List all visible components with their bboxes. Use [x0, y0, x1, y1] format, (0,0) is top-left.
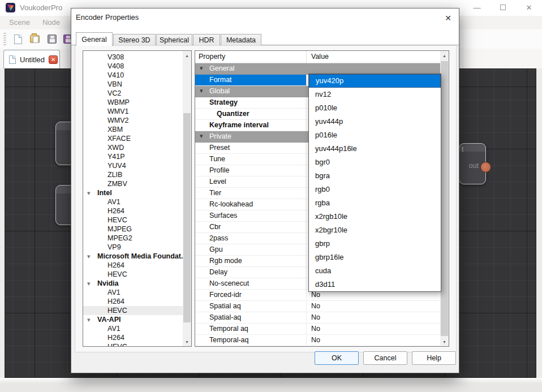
property-cell[interactable]: ▾General: [195, 63, 440, 74]
encoder-h264[interactable]: H264: [83, 297, 183, 306]
value-column-header[interactable]: Value: [307, 51, 440, 63]
property-cell[interactable]: Rc-lookahead: [195, 199, 307, 210]
encoder-mpeg2[interactable]: MPEG2: [83, 234, 183, 243]
encoder-nvidia[interactable]: ▾Nvidia: [83, 279, 183, 288]
encoder-xbm[interactable]: XBM: [83, 125, 183, 134]
scrollbar-thumb[interactable]: [441, 61, 448, 336]
encoder-xwd[interactable]: XWD: [83, 143, 183, 152]
new-file-button[interactable]: [11, 33, 25, 45]
property-cell[interactable]: Profile: [195, 165, 307, 176]
dropdown-option-nv12[interactable]: nv12: [309, 88, 441, 101]
property-cell[interactable]: Tier: [195, 188, 307, 199]
cancel-button[interactable]: Cancel: [363, 351, 407, 365]
dropdown-option-cuda[interactable]: cuda: [309, 264, 441, 278]
toolbar-grip[interactable]: [3, 33, 6, 45]
property-cell[interactable]: No-scenecut: [195, 278, 307, 289]
property-cell[interactable]: Preset: [195, 143, 307, 153]
encoder-h264[interactable]: H264: [83, 206, 183, 216]
save-button[interactable]: [45, 33, 59, 45]
property-cell[interactable]: Quantizer: [195, 109, 307, 119]
dropdown-option-rgba[interactable]: rgba: [309, 196, 441, 210]
scroll-up-icon[interactable]: ▲: [440, 51, 449, 60]
collapse-triangle-icon[interactable]: ▾: [200, 132, 203, 140]
encoder-list[interactable]: V308V408V410VBNVC2WBMPWMV1WMV2XBMXFACEXW…: [83, 50, 192, 347]
dropdown-option-bgra[interactable]: bgra: [309, 169, 441, 183]
property-cell[interactable]: Spatial-aq: [195, 312, 307, 323]
document-tab-untitled[interactable]: Untitled ✕: [3, 50, 60, 68]
value-cell[interactable]: No: [307, 301, 440, 312]
encoder-hevc[interactable]: HEVC: [83, 306, 183, 315]
property-table-scrollbar[interactable]: ▲ ▼: [440, 51, 449, 346]
property-cell[interactable]: Temporal aq: [195, 324, 307, 334]
minimize-button[interactable]: —: [464, 0, 490, 15]
encoder-vp9[interactable]: VP9: [83, 243, 183, 252]
dropdown-option-bgr0[interactable]: bgr0: [309, 156, 441, 169]
property-cell[interactable]: Level: [195, 176, 307, 187]
encoder-y41p[interactable]: Y41P: [83, 152, 183, 161]
encoder-zlib[interactable]: ZLIB: [83, 170, 183, 179]
open-file-button[interactable]: [28, 33, 41, 45]
value-cell[interactable]: No: [307, 324, 440, 334]
tab-hdr[interactable]: HDR: [193, 34, 220, 45]
encoder-mjpeg[interactable]: MJPEG: [83, 225, 183, 234]
property-row-temporal-aq[interactable]: Temporal-aqNo: [195, 335, 440, 346]
encoder-wmv2[interactable]: WMV2: [83, 116, 183, 125]
property-cell[interactable]: Temporal-aq: [195, 335, 307, 346]
close-button[interactable]: ✕: [516, 0, 542, 15]
scroll-up-icon[interactable]: ▲: [183, 51, 191, 60]
property-cell[interactable]: Keyframe interval: [195, 120, 307, 131]
dropdown-option-p016le[interactable]: p016le: [309, 128, 441, 142]
dropdown-option-yuv444p16le[interactable]: yuv444p16le: [309, 142, 441, 156]
collapse-triangle-icon[interactable]: ▾: [87, 252, 91, 261]
encoder-av1[interactable]: AV1: [83, 324, 183, 333]
property-cell[interactable]: Surfaces: [195, 210, 307, 221]
collapse-triangle-icon[interactable]: ▾: [87, 188, 91, 197]
help-button[interactable]: Help: [412, 351, 456, 365]
maximize-button[interactable]: [490, 0, 516, 15]
encoder-av1[interactable]: AV1: [83, 288, 183, 297]
property-row-spatial-aq[interactable]: Spatial aqNo: [195, 301, 440, 312]
encoder-hevc[interactable]: HEVC: [83, 216, 183, 225]
scroll-down-icon[interactable]: ▼: [440, 337, 449, 346]
output-node[interactable]: t out: [459, 143, 486, 184]
tab-stereo-3d[interactable]: Stereo 3D: [113, 34, 156, 45]
encoder-hevc[interactable]: HEVC: [83, 342, 183, 347]
value-cell[interactable]: No: [307, 335, 440, 346]
dropdown-option-x2bgr10le[interactable]: x2bgr10le: [309, 223, 441, 237]
property-column-header[interactable]: Property: [195, 51, 307, 63]
ok-button[interactable]: OK: [315, 351, 359, 365]
dropdown-option-x2rgb10le[interactable]: x2rgb10le: [309, 210, 441, 223]
encoder-v410[interactable]: V410: [83, 71, 183, 80]
encoder-h264[interactable]: H264: [83, 333, 183, 342]
dropdown-option-gbrp16le[interactable]: gbrp16le: [309, 251, 441, 264]
property-cell[interactable]: Gpu: [195, 244, 307, 255]
dialog-titlebar[interactable]: Encoder Properties ✕: [71, 8, 459, 32]
property-cell[interactable]: Cbr: [195, 222, 307, 232]
encoder-av1[interactable]: AV1: [83, 197, 183, 206]
collapse-triangle-icon[interactable]: ▾: [200, 87, 203, 94]
dropdown-option-d3d11[interactable]: d3d11: [309, 278, 441, 291]
property-row-spatial-aq[interactable]: Spatial-aqNo: [195, 312, 440, 324]
encoder-yuv4[interactable]: YUV4: [83, 161, 183, 170]
collapse-triangle-icon[interactable]: ▾: [200, 64, 203, 72]
property-row-temporal-aq[interactable]: Temporal aqNo: [195, 324, 440, 335]
property-cell[interactable]: Spatial aq: [195, 301, 307, 312]
document-tab-close-button[interactable]: ✕: [49, 55, 58, 64]
encoder-wbmp[interactable]: WBMP: [83, 98, 183, 107]
encoder-v408[interactable]: V408: [83, 62, 183, 71]
dropdown-option-p010le[interactable]: p010le: [309, 101, 441, 115]
tab-spherical[interactable]: Spherical: [156, 34, 192, 45]
encoder-vc2[interactable]: VC2: [83, 89, 183, 98]
encoder-microsoft-media-foundat[interactable]: ▾Microsoft Media Foundat...: [83, 252, 183, 261]
encoder-list-scrollbar[interactable]: ▲ ▼: [183, 51, 191, 346]
encoder-hevc[interactable]: HEVC: [83, 270, 183, 279]
encoder-wmv1[interactable]: WMV1: [83, 107, 183, 116]
encoder-intel[interactable]: ▾Intel: [83, 188, 183, 197]
property-cell[interactable]: 2pass: [195, 233, 307, 244]
value-cell[interactable]: No: [307, 312, 440, 323]
encoder-zmbv[interactable]: ZMBV: [83, 179, 183, 188]
property-row-general[interactable]: ▾General: [195, 63, 440, 75]
encoder-vbn[interactable]: VBN: [83, 80, 183, 89]
property-cell[interactable]: Format: [195, 75, 307, 85]
encoder-va-api[interactable]: ▾VA-API: [83, 315, 183, 324]
